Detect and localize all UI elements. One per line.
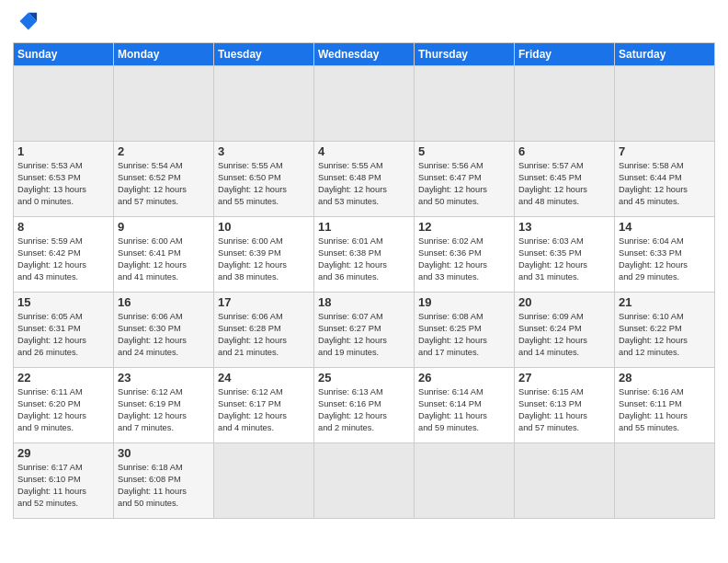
day-cell bbox=[515, 66, 615, 142]
day-cell: 15Sunrise: 6:05 AMSunset: 6:31 PMDayligh… bbox=[14, 293, 114, 368]
day-cell: 7Sunrise: 5:58 AMSunset: 6:44 PMDaylight… bbox=[615, 142, 715, 217]
day-number: 30 bbox=[118, 446, 210, 460]
day-info: Sunrise: 5:55 AMSunset: 6:50 PMDaylight:… bbox=[218, 160, 310, 208]
day-cell: 8Sunrise: 5:59 AMSunset: 6:42 PMDaylight… bbox=[14, 217, 114, 293]
day-info: Sunrise: 6:01 AMSunset: 6:38 PMDaylight:… bbox=[318, 236, 410, 283]
day-number: 24 bbox=[218, 371, 310, 385]
day-number: 29 bbox=[17, 446, 109, 460]
day-number: 18 bbox=[318, 295, 410, 309]
day-number: 17 bbox=[218, 295, 310, 309]
day-cell bbox=[214, 443, 314, 519]
day-info: Sunrise: 6:08 AMSunset: 6:25 PMDaylight:… bbox=[418, 311, 510, 359]
day-info: Sunrise: 6:11 AMSunset: 6:20 PMDaylight:… bbox=[17, 386, 109, 434]
day-number: 3 bbox=[218, 144, 310, 158]
day-cell: 19Sunrise: 6:08 AMSunset: 6:25 PMDayligh… bbox=[415, 293, 515, 368]
day-info: Sunrise: 6:18 AMSunset: 6:08 PMDaylight:… bbox=[118, 462, 210, 510]
day-cell: 12Sunrise: 6:02 AMSunset: 6:36 PMDayligh… bbox=[415, 217, 515, 293]
day-info: Sunrise: 6:04 AMSunset: 6:33 PMDaylight:… bbox=[619, 236, 711, 283]
day-number: 26 bbox=[418, 371, 510, 385]
day-info: Sunrise: 6:13 AMSunset: 6:16 PMDaylight:… bbox=[318, 386, 410, 434]
col-header-monday: Monday bbox=[114, 43, 214, 66]
day-cell bbox=[415, 66, 515, 142]
day-cell bbox=[314, 66, 415, 142]
day-info: Sunrise: 6:06 AMSunset: 6:30 PMDaylight:… bbox=[118, 311, 210, 359]
day-cell bbox=[314, 443, 415, 519]
day-cell: 16Sunrise: 6:06 AMSunset: 6:30 PMDayligh… bbox=[114, 293, 214, 368]
week-row-5: 29Sunrise: 6:17 AMSunset: 6:10 PMDayligh… bbox=[14, 443, 715, 519]
col-header-friday: Friday bbox=[515, 43, 615, 66]
day-cell: 1Sunrise: 5:53 AMSunset: 6:53 PMDaylight… bbox=[14, 142, 114, 217]
day-info: Sunrise: 6:07 AMSunset: 6:27 PMDaylight:… bbox=[318, 311, 410, 359]
day-cell: 5Sunrise: 5:56 AMSunset: 6:47 PMDaylight… bbox=[415, 142, 515, 217]
day-cell: 4Sunrise: 5:55 AMSunset: 6:48 PMDaylight… bbox=[314, 142, 415, 217]
day-info: Sunrise: 5:55 AMSunset: 6:48 PMDaylight:… bbox=[318, 160, 410, 208]
day-cell: 2Sunrise: 5:54 AMSunset: 6:52 PMDaylight… bbox=[114, 142, 214, 217]
day-cell: 24Sunrise: 6:12 AMSunset: 6:17 PMDayligh… bbox=[214, 368, 314, 443]
day-number: 28 bbox=[619, 371, 711, 385]
day-info: Sunrise: 6:16 AMSunset: 6:11 PMDaylight:… bbox=[619, 386, 711, 434]
day-cell: 23Sunrise: 6:12 AMSunset: 6:19 PMDayligh… bbox=[114, 368, 214, 443]
col-header-thursday: Thursday bbox=[415, 43, 515, 66]
day-number: 12 bbox=[418, 220, 510, 234]
day-number: 19 bbox=[418, 295, 510, 309]
day-cell: 21Sunrise: 6:10 AMSunset: 6:22 PMDayligh… bbox=[615, 293, 715, 368]
day-info: Sunrise: 6:03 AMSunset: 6:35 PMDaylight:… bbox=[518, 236, 610, 283]
day-info: Sunrise: 6:14 AMSunset: 6:14 PMDaylight:… bbox=[418, 386, 510, 434]
col-header-saturday: Saturday bbox=[615, 43, 715, 66]
day-info: Sunrise: 6:15 AMSunset: 6:13 PMDaylight:… bbox=[518, 386, 610, 434]
day-cell: 22Sunrise: 6:11 AMSunset: 6:20 PMDayligh… bbox=[14, 368, 114, 443]
day-info: Sunrise: 6:05 AMSunset: 6:31 PMDaylight:… bbox=[17, 311, 109, 359]
day-cell: 18Sunrise: 6:07 AMSunset: 6:27 PMDayligh… bbox=[314, 293, 415, 368]
day-number: 14 bbox=[619, 220, 711, 234]
day-number: 8 bbox=[17, 220, 109, 234]
day-info: Sunrise: 5:59 AMSunset: 6:42 PMDaylight:… bbox=[17, 236, 109, 283]
day-number: 1 bbox=[17, 144, 109, 158]
day-cell: 28Sunrise: 6:16 AMSunset: 6:11 PMDayligh… bbox=[615, 368, 715, 443]
day-cell bbox=[214, 66, 314, 142]
day-cell: 3Sunrise: 5:55 AMSunset: 6:50 PMDaylight… bbox=[214, 142, 314, 217]
header-row: SundayMondayTuesdayWednesdayThursdayFrid… bbox=[14, 43, 715, 66]
day-cell: 13Sunrise: 6:03 AMSunset: 6:35 PMDayligh… bbox=[515, 217, 615, 293]
day-cell: 11Sunrise: 6:01 AMSunset: 6:38 PMDayligh… bbox=[314, 217, 415, 293]
day-info: Sunrise: 6:00 AMSunset: 6:41 PMDaylight:… bbox=[118, 236, 210, 283]
day-cell: 20Sunrise: 6:09 AMSunset: 6:24 PMDayligh… bbox=[515, 293, 615, 368]
day-number: 20 bbox=[518, 295, 610, 309]
day-number: 7 bbox=[619, 144, 711, 158]
day-number: 9 bbox=[118, 220, 210, 234]
day-number: 23 bbox=[118, 371, 210, 385]
calendar-table: SundayMondayTuesdayWednesdayThursdayFrid… bbox=[13, 42, 715, 519]
day-number: 25 bbox=[318, 371, 410, 385]
day-info: Sunrise: 5:57 AMSunset: 6:45 PMDaylight:… bbox=[518, 160, 610, 208]
col-header-sunday: Sunday bbox=[14, 43, 114, 66]
day-number: 21 bbox=[619, 295, 711, 309]
day-info: Sunrise: 6:00 AMSunset: 6:39 PMDaylight:… bbox=[218, 236, 310, 283]
week-row-0 bbox=[14, 66, 715, 142]
logo bbox=[13, 9, 42, 35]
day-info: Sunrise: 5:58 AMSunset: 6:44 PMDaylight:… bbox=[619, 160, 711, 208]
col-header-wednesday: Wednesday bbox=[314, 43, 415, 66]
day-cell: 30Sunrise: 6:18 AMSunset: 6:08 PMDayligh… bbox=[114, 443, 214, 519]
day-cell bbox=[615, 443, 715, 519]
day-number: 15 bbox=[17, 295, 109, 309]
day-cell bbox=[415, 443, 515, 519]
page-container: SundayMondayTuesdayWednesdayThursdayFrid… bbox=[0, 0, 728, 526]
logo-icon bbox=[13, 9, 39, 35]
day-cell: 9Sunrise: 6:00 AMSunset: 6:41 PMDaylight… bbox=[114, 217, 214, 293]
day-cell bbox=[114, 66, 214, 142]
day-number: 4 bbox=[318, 144, 410, 158]
day-cell bbox=[615, 66, 715, 142]
day-info: Sunrise: 5:56 AMSunset: 6:47 PMDaylight:… bbox=[418, 160, 510, 208]
day-number: 6 bbox=[518, 144, 610, 158]
day-cell: 10Sunrise: 6:00 AMSunset: 6:39 PMDayligh… bbox=[214, 217, 314, 293]
day-info: Sunrise: 5:53 AMSunset: 6:53 PMDaylight:… bbox=[17, 160, 109, 208]
day-cell: 27Sunrise: 6:15 AMSunset: 6:13 PMDayligh… bbox=[515, 368, 615, 443]
day-info: Sunrise: 5:54 AMSunset: 6:52 PMDaylight:… bbox=[118, 160, 210, 208]
day-number: 10 bbox=[218, 220, 310, 234]
day-cell: 25Sunrise: 6:13 AMSunset: 6:16 PMDayligh… bbox=[314, 368, 415, 443]
col-header-tuesday: Tuesday bbox=[214, 43, 314, 66]
day-cell bbox=[14, 66, 114, 142]
header bbox=[13, 9, 715, 35]
day-cell: 14Sunrise: 6:04 AMSunset: 6:33 PMDayligh… bbox=[615, 217, 715, 293]
day-cell: 17Sunrise: 6:06 AMSunset: 6:28 PMDayligh… bbox=[214, 293, 314, 368]
week-row-1: 1Sunrise: 5:53 AMSunset: 6:53 PMDaylight… bbox=[14, 142, 715, 217]
